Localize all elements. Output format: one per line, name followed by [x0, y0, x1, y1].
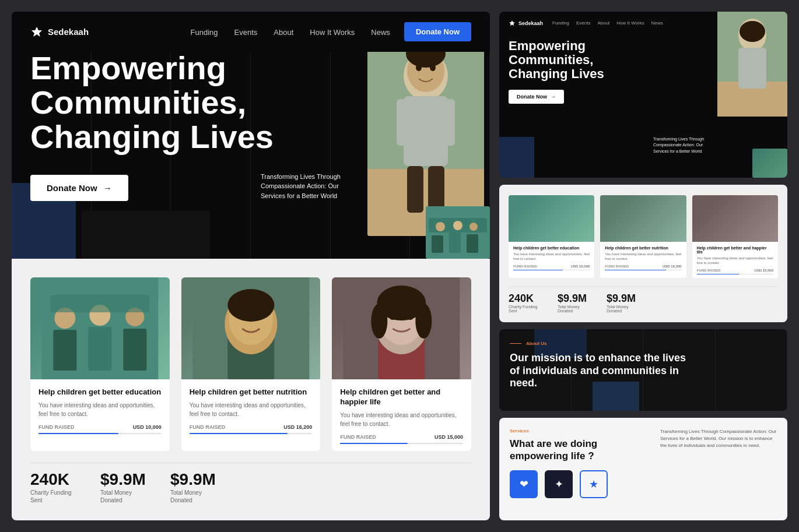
fund-row-1: Fund Raised USD 10,000: [38, 424, 162, 430]
mini-card-1-title: Help children get better education: [513, 246, 590, 250]
card-nutrition-desc: You have interesting ideas and opportuni…: [190, 401, 313, 418]
svg-rect-24: [123, 329, 146, 371]
mini-nav-about[interactable]: About: [597, 20, 609, 26]
mini-donate-hero-button[interactable]: Donate Now →: [509, 90, 564, 104]
about-section: About Us Our mission is to enhance the l…: [499, 329, 787, 411]
mini-stat-1-label: Charity Funding Sent: [509, 305, 544, 313]
hero-section: Sedekaah Funding Events About How It Wor…: [12, 12, 490, 259]
progress-fill-1: [38, 433, 118, 434]
mini-card-3: Help children get better and happier lif…: [692, 195, 778, 278]
stat-funding-number: 240K: [30, 470, 77, 489]
mini-fund-value-1: USD 10,000: [571, 265, 590, 268]
mini-nav-funding[interactable]: Funding: [552, 20, 569, 26]
cards-grid: Help children get better education You h…: [30, 277, 471, 451]
card-education-image: [30, 277, 170, 379]
mini-stat-2-label: Total Money Donated: [558, 305, 593, 313]
fund-value-2: USD 16,200: [283, 424, 312, 430]
card-nutrition-body: Help children get better nutrition You h…: [181, 379, 321, 441]
service-icon-star[interactable]: ✦: [545, 470, 573, 498]
fund-row-3: Fund Raised USD 15,000: [340, 434, 463, 440]
svg-rect-4: [404, 96, 448, 166]
fund-label-1: Fund Raised: [38, 424, 75, 430]
services-icons-row: ❤ ✦ ★: [510, 470, 777, 498]
hero-content: Empowering Communities, Changing Lives D…: [30, 51, 274, 201]
mini-stat-3-number: $9.9M: [607, 293, 642, 305]
mini-cards-section: Help children get better education You h…: [499, 185, 787, 322]
mini-stat-2: $9.9M Total Money Donated: [558, 293, 593, 313]
svg-rect-28: [50, 295, 149, 312]
mini-nav-news[interactable]: News: [651, 20, 663, 26]
mini-logo: Sedekaah: [509, 20, 543, 27]
services-title: What are we doing empowering life ?: [510, 438, 615, 462]
fund-value-1: USD 10,000: [133, 424, 162, 430]
mini-logo-icon: [509, 20, 516, 27]
donate-nav-button[interactable]: Donate Now: [404, 22, 471, 41]
nav-news[interactable]: News: [371, 28, 390, 37]
mini-progress-fill-3: [697, 274, 739, 275]
mini-hero-title: Empowering Communities, Changing Lives: [509, 39, 637, 82]
card-happiness-image: [332, 277, 471, 379]
mini-stat-1: 240K Charity Funding Sent: [509, 293, 544, 313]
progress-fill-3: [340, 443, 408, 444]
stat-donated-2: $9.9M Total Money Donated: [170, 470, 217, 504]
svg-point-20: [469, 223, 478, 231]
card-education-desc: You have interesting ideas and opportuni…: [38, 401, 162, 418]
mini-stat-3-label: Total Money Donated: [607, 305, 642, 313]
card-nutrition-image: [181, 277, 321, 379]
card-nutrition: Help children get better nutrition You h…: [181, 277, 321, 451]
card-happiness: Help children get better and happier lif…: [332, 277, 471, 451]
about-title: Our mission is to enhance the lives of i…: [510, 352, 696, 390]
mini-card-1: Help children get better education You h…: [509, 195, 594, 278]
mini-card-3-title: Help children get better and happier lif…: [697, 246, 773, 254]
nav-about[interactable]: About: [274, 28, 293, 37]
mini-nav-how[interactable]: How It Works: [616, 20, 644, 26]
card-nutrition-title: Help children get better nutrition: [190, 387, 313, 397]
mini-card-1-desc: You have interesting ideas and opportuni…: [513, 252, 590, 262]
donate-hero-button[interactable]: Donate Now →: [30, 175, 128, 201]
svg-rect-22: [53, 330, 76, 371]
svg-rect-8: [428, 166, 444, 213]
service-icon-heart[interactable]: ❤: [510, 470, 538, 498]
mini-card-1-image: [509, 195, 594, 242]
mini-donate-hero-label: Donate Now: [517, 94, 547, 100]
svg-point-19: [453, 221, 462, 230]
right-panel: Sedekaah Funding Events About How It Wor…: [499, 12, 787, 520]
stat-funding-label: Charity Funding Sent: [30, 489, 77, 504]
mini-dark-block: [499, 137, 534, 178]
fund-label-3: Fund Raised: [340, 434, 376, 440]
svg-point-43: [372, 304, 388, 339]
card-happiness-body: Help children get better and happier lif…: [332, 379, 471, 451]
mini-fund-value-3: USD 15,000: [754, 269, 773, 272]
progress-bar-1: [38, 433, 162, 434]
fund-row-2: Fund Raised USD 16,200: [190, 424, 313, 430]
progress-fill-2: [190, 433, 288, 434]
mini-classroom-image: [752, 149, 787, 178]
mini-cards-grid: Help children get better education You h…: [509, 195, 778, 278]
mini-card-3-body: Help children get better and happier lif…: [692, 242, 778, 278]
logo: Sedekaah: [30, 26, 89, 38]
service-icon-sparkle[interactable]: ★: [580, 470, 608, 498]
hero-title: Empowering Communities, Changing Lives: [30, 51, 274, 154]
svg-rect-5: [397, 99, 409, 146]
mini-progress-fill-2: [605, 270, 666, 271]
mini-stats-row: 240K Charity Funding Sent $9.9M Total Mo…: [509, 286, 778, 313]
mini-progress-bar-1: [513, 270, 590, 271]
mini-progress-bar-3: [697, 274, 773, 275]
mini-nav-links: Funding Events About How It Works News: [552, 20, 663, 26]
stat-donated-2-number: $9.9M: [170, 470, 217, 489]
mini-card-2-desc: You have interesting ideas and opportuni…: [605, 252, 681, 262]
hero-child-image: [367, 29, 484, 236]
nav-funding[interactable]: Funding: [191, 28, 218, 37]
mini-brand-name: Sedekaah: [518, 20, 543, 26]
mini-nav-events[interactable]: Events: [576, 20, 590, 26]
card-happiness-desc: You have interesting ideas and opportuni…: [340, 411, 463, 428]
nav-links: Funding Events About How It Works News: [191, 27, 390, 37]
card-education: Help children get better education You h…: [30, 277, 170, 451]
nav-events[interactable]: Events: [234, 28, 258, 37]
mini-fund-label-2: Fund Raised: [605, 265, 629, 268]
about-label-line: [510, 343, 521, 344]
services-desc: Transforming Lives Through Compassionate…: [660, 428, 777, 449]
mini-fund-value-2: USD 16,200: [663, 265, 682, 268]
svg-rect-23: [88, 327, 111, 371]
nav-how-it-works[interactable]: How It Works: [310, 28, 355, 37]
